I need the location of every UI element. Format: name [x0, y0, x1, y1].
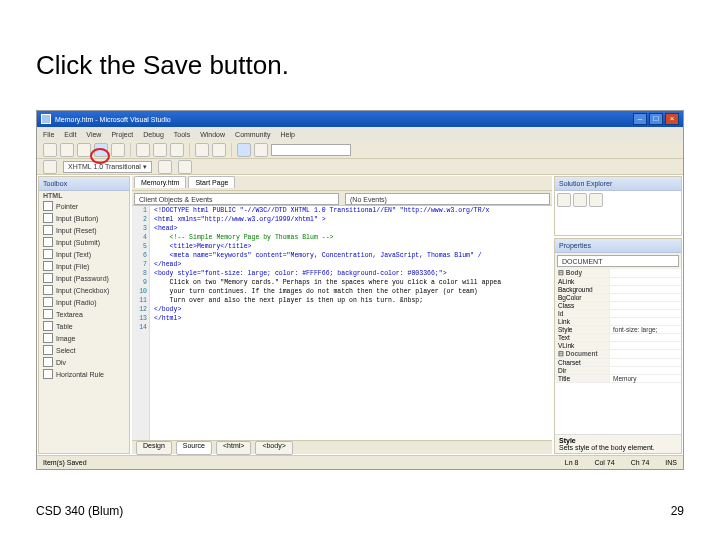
- undo-button[interactable]: [195, 143, 209, 157]
- menu-item[interactable]: Debug: [143, 131, 164, 138]
- solution-explorer-header[interactable]: Solution Explorer: [555, 177, 681, 191]
- document-tab[interactable]: Start Page: [188, 176, 235, 188]
- minimize-button[interactable]: –: [633, 113, 647, 125]
- input-icon: [43, 285, 53, 295]
- toolbar-separator: [231, 143, 232, 157]
- toolbox-item[interactable]: Div: [39, 356, 129, 368]
- style-application-button[interactable]: [178, 160, 192, 174]
- property-grid[interactable]: ⊟ BodyALinkBackgroundBgColorClassIdLinkS…: [555, 269, 681, 434]
- toolbox-item[interactable]: Textarea: [39, 308, 129, 320]
- input-icon: [43, 273, 53, 283]
- toolbar-separator: [130, 143, 131, 157]
- property-subject-combo[interactable]: DOCUMENT: [557, 255, 679, 267]
- menu-item[interactable]: Project: [111, 131, 133, 138]
- toolbox-item[interactable]: Select: [39, 344, 129, 356]
- menu-item[interactable]: Tools: [174, 131, 190, 138]
- input-icon: [43, 297, 53, 307]
- status-char: Ch 74: [631, 459, 650, 466]
- property-help-text: Sets style of the body element.: [559, 444, 677, 451]
- editor-gutter: 12 34 56 78 910 1112 1314: [132, 206, 150, 440]
- hr-icon: [43, 369, 53, 379]
- view-tabstrip: Design Source <html> <body>: [132, 440, 552, 454]
- div-icon: [43, 357, 53, 367]
- html-toolbar: XHTML 1.0 Transitional ▾: [37, 159, 683, 175]
- toolbox-item[interactable]: Input (Submit): [39, 236, 129, 248]
- input-icon: [43, 249, 53, 259]
- toolbox-item[interactable]: Input (Text): [39, 248, 129, 260]
- menu-item[interactable]: Community: [235, 131, 270, 138]
- vs-window: Memory.htm - Microsoft Visual Studio – □…: [36, 110, 684, 470]
- pointer-icon: [43, 201, 53, 211]
- objects-dropdown[interactable]: Client Objects & Events: [134, 193, 339, 205]
- toolbox-item[interactable]: Horizontal Rule: [39, 368, 129, 380]
- toolbox-header[interactable]: Toolbox: [39, 177, 129, 191]
- properties-button[interactable]: [589, 193, 603, 207]
- status-col: Col 74: [594, 459, 614, 466]
- code-text[interactable]: <!DOCTYPE html PUBLIC "-//W3C//DTD XHTML…: [150, 206, 552, 440]
- format-button[interactable]: [43, 160, 57, 174]
- slide-page-number: 29: [671, 504, 684, 518]
- input-icon: [43, 261, 53, 271]
- breadcrumb-tag[interactable]: <html>: [216, 441, 251, 455]
- find-combo[interactable]: [271, 144, 351, 156]
- menubar: File Edit View Project Debug Tools Windo…: [37, 127, 683, 141]
- show-all-button[interactable]: [573, 193, 587, 207]
- window-titlebar[interactable]: Memory.htm - Microsoft Visual Studio – □…: [37, 111, 683, 127]
- events-dropdown[interactable]: (No Events): [345, 193, 550, 205]
- save-button[interactable]: [94, 143, 108, 157]
- start-debug-button[interactable]: [237, 143, 251, 157]
- image-icon: [43, 333, 53, 343]
- toolbox-item[interactable]: Input (Password): [39, 272, 129, 284]
- toolbox-panel: Toolbox HTML Pointer Input (Button) Inpu…: [38, 176, 130, 454]
- toolbox-item[interactable]: Pointer: [39, 200, 129, 212]
- toolbox-item[interactable]: Table: [39, 320, 129, 332]
- code-editor[interactable]: 12 34 56 78 910 1112 1314 <!DOCTYPE html…: [132, 206, 552, 440]
- validate-button[interactable]: [158, 160, 172, 174]
- properties-header[interactable]: Properties: [555, 239, 681, 253]
- copy-button[interactable]: [153, 143, 167, 157]
- refresh-button[interactable]: [557, 193, 571, 207]
- menu-item[interactable]: Edit: [64, 131, 76, 138]
- toolbox-item[interactable]: Input (Reset): [39, 224, 129, 236]
- status-ins: INS: [665, 459, 677, 466]
- open-file-button[interactable]: [77, 143, 91, 157]
- source-view-tab[interactable]: Source: [176, 441, 212, 455]
- toolbox-item[interactable]: Input (Checkbox): [39, 284, 129, 296]
- toolbar-separator: [189, 143, 190, 157]
- input-icon: [43, 237, 53, 247]
- statusbar: Item(s) Saved Ln 8 Col 74 Ch 74 INS: [37, 455, 683, 469]
- table-icon: [43, 321, 53, 331]
- window-title: Memory.htm - Microsoft Visual Studio: [55, 116, 171, 123]
- paste-button[interactable]: [170, 143, 184, 157]
- save-all-button[interactable]: [111, 143, 125, 157]
- design-view-tab[interactable]: Design: [136, 441, 172, 455]
- menu-item[interactable]: Help: [280, 131, 294, 138]
- status-message: Item(s) Saved: [43, 459, 87, 466]
- slide-title: Click the Save button.: [36, 50, 289, 81]
- doctype-combo[interactable]: XHTML 1.0 Transitional ▾: [63, 161, 152, 173]
- solution-explorer-panel: Solution Explorer: [554, 176, 682, 236]
- standard-toolbar: [37, 141, 683, 159]
- toolbox-section[interactable]: HTML: [39, 191, 129, 200]
- menu-item[interactable]: View: [86, 131, 101, 138]
- input-icon: [43, 213, 53, 223]
- add-item-button[interactable]: [60, 143, 74, 157]
- toolbox-item[interactable]: Input (File): [39, 260, 129, 272]
- breadcrumb-tag[interactable]: <body>: [255, 441, 292, 455]
- toolbox-item[interactable]: Input (Radio): [39, 296, 129, 308]
- maximize-button[interactable]: □: [649, 113, 663, 125]
- redo-button[interactable]: [212, 143, 226, 157]
- cut-button[interactable]: [136, 143, 150, 157]
- textarea-icon: [43, 309, 53, 319]
- toolbox-item[interactable]: Image: [39, 332, 129, 344]
- close-button[interactable]: ×: [665, 113, 679, 125]
- property-help-title: Style: [559, 437, 677, 444]
- find-button[interactable]: [254, 143, 268, 157]
- menu-item[interactable]: Window: [200, 131, 225, 138]
- vs-app-icon: [41, 114, 51, 124]
- document-tab[interactable]: Memory.htm: [134, 176, 186, 188]
- select-icon: [43, 345, 53, 355]
- new-project-button[interactable]: [43, 143, 57, 157]
- toolbox-item[interactable]: Input (Button): [39, 212, 129, 224]
- menu-item[interactable]: File: [43, 131, 54, 138]
